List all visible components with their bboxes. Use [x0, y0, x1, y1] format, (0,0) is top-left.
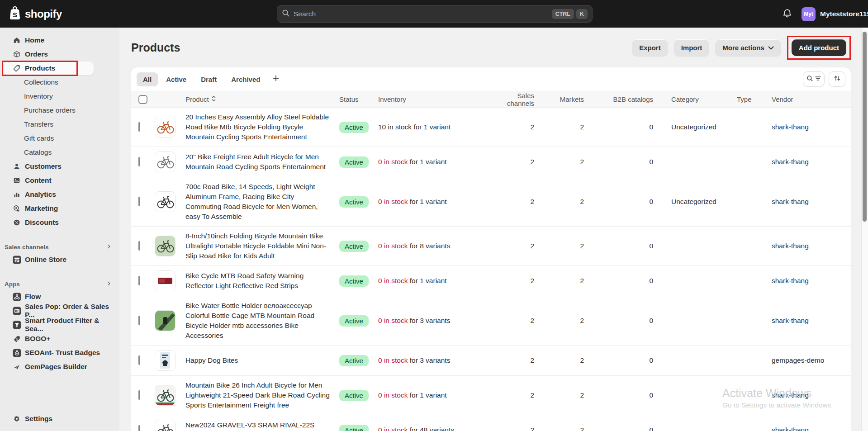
shopify-bag-icon: S — [8, 5, 22, 23]
sidebar-item-sales-pop-order-sales-p-[interactable]: Sales Pop: Order & Sales P... — [4, 304, 116, 317]
section-header-sales-channels[interactable]: Sales channels — [0, 241, 119, 253]
sidebar-item-purchase-orders[interactable]: Purchase orders — [4, 104, 116, 117]
sidebar-item-flow[interactable]: Flow — [4, 290, 116, 303]
product-title-link[interactable]: 700c Road Bike, 14 Speeds, Light Weight … — [185, 182, 339, 222]
stock-quantity: 0 in stock — [378, 158, 408, 166]
tab-draft[interactable]: Draft — [194, 72, 223, 86]
sidebar-item-home[interactable]: Home — [4, 33, 116, 47]
sidebar-item-bogo-[interactable]: BOGO+ — [4, 332, 116, 346]
row-checkbox[interactable] — [138, 425, 140, 431]
sidebar-item-orders[interactable]: Orders — [4, 47, 116, 61]
notifications-button[interactable] — [781, 8, 793, 20]
avatar: Myt — [802, 7, 816, 21]
import-button[interactable]: Import — [674, 39, 710, 56]
row-checkbox[interactable] — [138, 197, 140, 206]
sidebar-settings-slot: Settings — [4, 412, 116, 426]
product-thumbnail[interactable] — [155, 385, 175, 406]
search-input[interactable]: Search CTRL K — [277, 5, 593, 23]
product-thumbnail[interactable] — [155, 310, 175, 331]
status-badge: Active — [339, 196, 369, 208]
stock-variants: for 48 variants — [410, 426, 454, 431]
sidebar-item-inventory[interactable]: Inventory — [4, 90, 116, 103]
tab-archived[interactable]: Archived — [225, 72, 266, 86]
sidebar-item-seoant-trust-badges[interactable]: SEOAnt- Trust Badges — [4, 346, 116, 360]
sidebar-item-label: Discounts — [25, 218, 59, 227]
sidebar-item-content[interactable]: Content — [4, 174, 116, 187]
stock-variants: for 1 variant — [410, 391, 447, 399]
shopify-logo[interactable]: S shopify — [8, 0, 62, 28]
product-thumbnail[interactable] — [155, 420, 175, 431]
row-checkbox[interactable] — [138, 355, 140, 365]
stock-variants: for 3 variants — [410, 356, 451, 364]
inventory-cell: 10 in stock for 1 variant — [378, 123, 493, 131]
add-product-button[interactable]: Add product — [792, 39, 846, 56]
product-thumbnail[interactable] — [155, 117, 175, 137]
column-product[interactable]: Product — [185, 95, 216, 103]
vendor-cell: shark-thang — [772, 391, 844, 399]
product-title-link[interactable]: 20 Inches Easy Assembly Alloy Steel Fold… — [185, 112, 339, 142]
product-title-link[interactable]: Happy Dog Bites — [185, 355, 339, 365]
product-title-link[interactable]: New2024 GRAVEL-V3 SRAM RIVAL-22S High Mo… — [185, 420, 339, 431]
store-account-button[interactable]: Myt Myteststore115 — [802, 6, 868, 22]
product-thumbnail[interactable] — [155, 236, 175, 256]
product-title-link[interactable]: 20" Bike Freight Free Adult Bicycle for … — [185, 152, 339, 172]
sidebar-item-marketing[interactable]: Marketing — [4, 202, 116, 215]
product-thumbnail[interactable] — [155, 191, 175, 212]
sidebar-item-online-store[interactable]: Online Store — [4, 253, 116, 266]
sidebar-item-smart-product-filter-sea-[interactable]: Smart Product Filter & Sea... — [4, 318, 116, 332]
row-checkbox[interactable] — [138, 241, 140, 251]
sidebar-item-collections[interactable]: Collections — [4, 76, 116, 89]
product-title-link[interactable]: 8-Inch/10inch Folding Bicycle Mountain B… — [185, 231, 339, 261]
sales-channels-count: 2 — [493, 426, 534, 431]
column-vendor: Vendor — [772, 95, 793, 103]
gear-icon — [12, 414, 21, 423]
sort-button[interactable] — [829, 71, 845, 87]
row-checkbox[interactable] — [138, 157, 140, 166]
stock-variants: for 8 variants — [410, 242, 451, 250]
sidebar-item-label: Transfers — [24, 120, 53, 128]
row-checkbox[interactable] — [138, 390, 140, 400]
select-all-checkbox[interactable] — [138, 95, 147, 104]
column-category: Category — [671, 95, 699, 103]
more-actions-button[interactable]: More actions — [715, 39, 781, 56]
product-title-link[interactable]: Mountain Bike 26 Inch Adult Bicycle for … — [185, 380, 339, 410]
flow-icon — [12, 292, 21, 301]
vertical-scrollbar-thumb[interactable] — [863, 32, 867, 222]
b2b-catalogs-count: 0 — [584, 317, 653, 325]
add-view-button[interactable] — [268, 72, 284, 86]
search-shortcut: CTRL K — [552, 9, 588, 19]
sidebar-item-catalogs[interactable]: Catalogs — [4, 146, 116, 159]
status-badge: Active — [339, 355, 369, 366]
product-thumbnail[interactable] — [155, 350, 175, 371]
product-thumbnail[interactable] — [155, 152, 175, 172]
b2b-catalogs-count: 0 — [584, 277, 653, 285]
chevron-right-icon — [106, 243, 112, 251]
product-title-link[interactable]: Bike Cycle MTB Road Safety Warning Refle… — [185, 271, 339, 291]
search-filter-button[interactable] — [803, 71, 825, 87]
sidebar-item-products[interactable]: Products — [4, 62, 94, 75]
sidebar-item-gift-cards[interactable]: Gift cards — [4, 132, 116, 145]
product-title-link[interactable]: Bike Water Bottle Holder велоаксессуар C… — [185, 301, 339, 341]
row-checkbox[interactable] — [138, 316, 140, 325]
b2b-catalogs-count: 0 — [584, 158, 653, 166]
sidebar-item-discounts[interactable]: Discounts — [4, 216, 116, 229]
section-header-apps[interactable]: Apps — [0, 278, 119, 290]
inventory-cell: 0 in stock for 1 variant — [378, 277, 493, 285]
export-button[interactable]: Export — [632, 39, 668, 56]
sidebar-item-settings[interactable]: Settings — [4, 412, 116, 426]
inventory-cell: 0 in stock for 1 variant — [378, 391, 493, 399]
sidebar-item-customers[interactable]: Customers — [4, 160, 116, 173]
sidebar-item-transfers[interactable]: Transfers — [4, 118, 116, 131]
product-thumbnail[interactable] — [155, 270, 175, 291]
sort-arrows-icon — [834, 75, 841, 84]
row-checkbox[interactable] — [138, 122, 140, 132]
tab-active[interactable]: Active — [160, 72, 193, 86]
vertical-scrollbar-track[interactable] — [861, 28, 868, 431]
sidebar-item-analytics[interactable]: Analytics — [4, 188, 116, 201]
table-actions — [803, 71, 845, 87]
row-checkbox[interactable] — [138, 276, 140, 285]
tab-all[interactable]: All — [137, 72, 158, 86]
sidebar-item-gempages-builder[interactable]: GemPages Builder — [4, 360, 116, 374]
vendor-cell: shark-thang — [772, 426, 844, 431]
column-type: Type — [737, 95, 752, 103]
